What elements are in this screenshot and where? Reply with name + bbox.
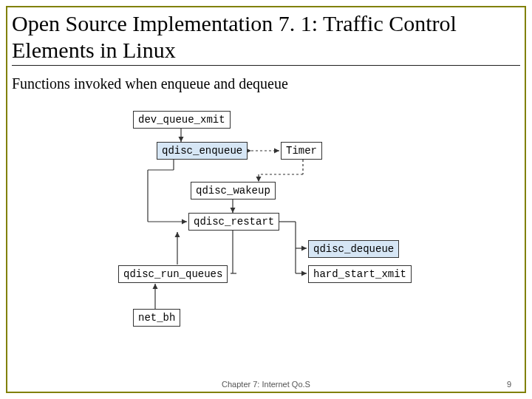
box-timer: Timer	[281, 142, 322, 160]
slide-title: Open Source Implementation 7. 1: Traffic…	[12, 10, 520, 66]
box-net-bh: net_bh	[133, 309, 180, 327]
footer-page: 9	[507, 380, 511, 389]
box-qdisc-run-queues: qdisc_run_queues	[118, 265, 228, 283]
title-area: Open Source Implementation 7. 1: Traffic…	[12, 10, 520, 69]
box-qdisc-restart: qdisc_restart	[188, 213, 279, 231]
slide-subtitle: Functions invoked when enqueue and deque…	[12, 75, 288, 92]
box-qdisc-enqueue: qdisc_enqueue	[157, 142, 248, 160]
box-qdisc-dequeue: qdisc_dequeue	[308, 240, 399, 258]
box-hard-start-xmit: hard_start_xmit	[308, 265, 412, 283]
box-qdisc-wakeup: qdisc_wakeup	[191, 182, 276, 200]
box-dev-queue-xmit: dev_queue_xmit	[133, 111, 231, 129]
flow-diagram: dev_queue_xmit qdisc_enqueue Timer qdisc…	[103, 111, 429, 355]
footer-chapter: Chapter 7: Internet Qo.S	[0, 380, 532, 389]
slide-footer: Chapter 7: Internet Qo.S 9	[0, 380, 532, 389]
